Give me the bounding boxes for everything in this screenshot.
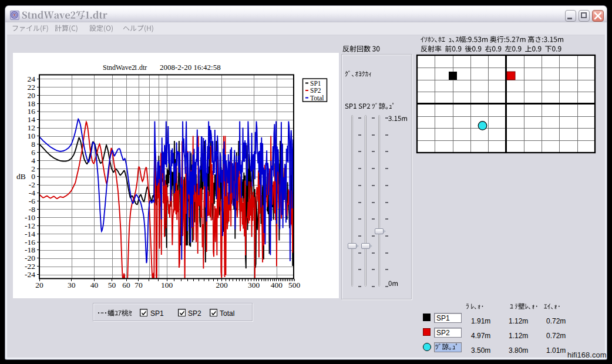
svg-text:100: 100 <box>161 281 173 289</box>
svg-text:60: 60 <box>122 281 130 289</box>
svg-text:0: 0 <box>31 172 35 181</box>
svg-text:SP2: SP2 <box>310 87 321 94</box>
svg-text:20: 20 <box>35 281 43 289</box>
svg-text:20: 20 <box>28 91 36 100</box>
svg-text:-16: -16 <box>25 238 35 247</box>
svg-text:-6: -6 <box>29 197 35 205</box>
svg-text:1.dtr: 1.dtr <box>134 63 147 72</box>
svg-text:2008-2-20 16:42:58: 2008-2-20 16:42:58 <box>160 63 221 72</box>
svg-text:dB: dB <box>16 172 26 181</box>
svg-text:400: 400 <box>271 281 283 289</box>
svg-text:-22: -22 <box>25 262 35 271</box>
svg-text:-10: -10 <box>25 213 35 222</box>
svg-text:24: 24 <box>28 75 36 83</box>
svg-text:Total: Total <box>310 95 324 102</box>
svg-text:12: 12 <box>28 123 36 132</box>
svg-text:8: 8 <box>31 140 35 149</box>
svg-text:StndWave2: StndWave2 <box>103 63 135 72</box>
svg-text:300: 300 <box>248 281 260 289</box>
svg-text:-20: -20 <box>25 254 35 262</box>
svg-text:2: 2 <box>31 164 35 173</box>
svg-text:SP1: SP1 <box>310 80 321 87</box>
svg-text:500: 500 <box>288 281 301 289</box>
svg-text:22: 22 <box>28 83 36 92</box>
svg-text:-12: -12 <box>25 221 35 230</box>
svg-text:14: 14 <box>28 115 36 124</box>
svg-text:-14: -14 <box>25 230 35 238</box>
svg-text:-2: -2 <box>29 180 35 189</box>
svg-text:200: 200 <box>216 281 228 289</box>
svg-text:18: 18 <box>28 99 36 108</box>
svg-text:-18: -18 <box>25 245 35 254</box>
svg-text:16: 16 <box>28 107 36 116</box>
svg-text:6: 6 <box>31 148 35 157</box>
svg-text:-8: -8 <box>29 205 35 214</box>
svg-text:50: 50 <box>108 281 116 289</box>
svg-text:70: 70 <box>134 281 143 289</box>
svg-text:40: 40 <box>90 281 99 289</box>
svg-text:-4: -4 <box>29 188 35 197</box>
svg-text:10: 10 <box>28 132 36 140</box>
svg-text:-24: -24 <box>25 270 35 279</box>
svg-text:4: 4 <box>31 156 35 165</box>
svg-text:30: 30 <box>68 281 76 289</box>
